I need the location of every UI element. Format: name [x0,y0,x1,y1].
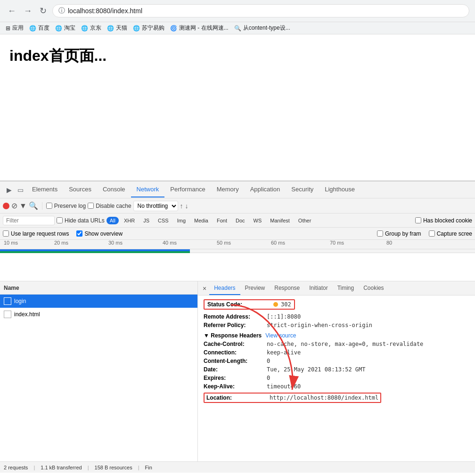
inspect-icon[interactable]: ▶ [4,184,15,196]
request-row-index[interactable]: index.html [0,308,197,321]
filter-font[interactable]: Font [213,216,230,225]
forward-button[interactable]: → [22,4,34,18]
detail-tab-timing[interactable]: Timing [333,282,359,295]
detail-close-button[interactable]: × [200,284,209,293]
filter-doc[interactable]: Doc [232,216,248,225]
show-overview-option[interactable]: Show overview [76,230,123,237]
disable-cache-label[interactable]: Disable cache [88,203,131,209]
view-source-link[interactable]: View source [265,332,296,339]
content-type-label: 从content-type设... [243,24,290,32]
bookmark-apps[interactable]: ⊞ 应用 [6,24,24,32]
tick-20ms: 20 ms [54,240,68,246]
referrer-policy-value: strict-origin-when-cross-origin [267,322,372,328]
tab-application[interactable]: Application [245,182,286,197]
filter-all[interactable]: All [106,217,119,224]
content-length-row: Content-Length: 0 [204,358,469,364]
referrer-policy-row: Referrer Policy: strict-origin-when-cros… [204,322,469,328]
hide-data-urls-label[interactable]: Hide data URLs [57,217,105,224]
device-icon[interactable]: ▭ [15,184,26,196]
request-row-login[interactable]: login [0,295,197,308]
status-code-label: Status Code: [207,301,269,308]
detail-tab-initiator[interactable]: Initiator [304,282,332,295]
disable-cache-checkbox[interactable] [88,203,94,209]
bookmark-speed[interactable]: 🌀 测速网 - 在线网速... [170,24,229,32]
detail-tab-response[interactable]: Response [270,282,304,295]
bookmark-tmall[interactable]: 🌐 天猫 [107,24,127,32]
filter-ws[interactable]: WS [250,216,265,225]
tab-network[interactable]: Network [131,182,165,197]
browser-toolbar: ← → ↻ ⓘ localhost:8080/index.html [0,0,475,22]
filter-bar: Hide data URLs All XHR JS CSS Img Media … [0,213,475,228]
large-rows-option[interactable]: Use large request rows [3,230,69,237]
bookmark-jd[interactable]: 🌐 京东 [81,24,101,32]
tab-lighthouse[interactable]: Lighthouse [319,182,360,197]
upload-button[interactable]: ↑ [180,202,183,210]
back-button[interactable]: ← [6,4,18,18]
connection-row: Connection: keep-alive [204,349,469,356]
show-overview-checkbox[interactable] [76,230,82,237]
show-overview-text: Show overview [84,230,123,237]
speed-icon: 🌀 [170,25,177,32]
detail-tab-preview[interactable]: Preview [240,282,270,295]
resources-size: 158 B resources [95,465,132,470]
filter-css[interactable]: CSS [155,216,172,225]
hide-data-urls-checkbox[interactable] [57,217,63,223]
keep-alive-value: timeout=60 [267,383,301,390]
tmall-label: 天猫 [116,24,127,32]
capture-screen-text: Capture scree [437,230,472,237]
bookmark-taobao[interactable]: 🌐 淘宝 [55,24,75,32]
capture-screen-checkbox[interactable] [429,230,435,237]
request-list: Name login index.html [0,281,198,461]
search-button[interactable]: 🔍 [29,201,38,210]
group-by-frame-option[interactable]: Group by fram [377,230,421,237]
expires-row: Expires: 0 [204,375,469,381]
browser-chrome: ← → ↻ ⓘ localhost:8080/index.html ⊞ 应用 🌐… [0,0,475,34]
tab-performance[interactable]: Performance [164,182,211,197]
filter-button[interactable]: ▼ [19,202,27,210]
throttle-select[interactable]: No throttling [133,201,178,211]
tab-memory[interactable]: Memory [211,182,245,197]
filter-other[interactable]: Other [295,216,315,225]
filter-img[interactable]: Img [174,216,189,225]
group-by-frame-checkbox[interactable] [377,230,383,237]
bookmark-baidu[interactable]: 🌐 百度 [29,24,49,32]
connection-value: keep-alive [267,349,301,356]
suning-label: 苏宁易购 [142,24,164,32]
index-request-name: index.html [14,311,40,318]
capture-screen-option[interactable]: Capture scree [429,230,472,237]
address-bar[interactable]: ⓘ localhost:8080/index.html [52,4,469,17]
detail-tab-cookies[interactable]: Cookies [359,282,388,295]
stop-button[interactable]: ⊘ [11,201,17,210]
download-button[interactable]: ↓ [185,202,188,210]
tab-elements[interactable]: Elements [26,182,63,197]
response-headers-label: ▼ Response Headers [204,332,262,339]
reload-button[interactable]: ↻ [38,4,49,18]
filter-media[interactable]: Media [191,216,212,225]
devtools-panel: ▶ ▭ Elements Sources Console Network Per… [0,181,475,473]
bookmark-suning[interactable]: 🌐 苏宁易购 [133,24,164,32]
cache-control-label: Cache-Control: [204,341,265,347]
filter-xhr[interactable]: XHR [121,216,138,225]
large-rows-checkbox[interactable] [3,230,9,237]
detail-tab-headers[interactable]: Headers [209,282,240,295]
filter-manifest[interactable]: Manifest [267,216,293,225]
detail-content: Status Code: 302 Remote Address: [::1]:8… [198,295,475,461]
content-length-label: Content-Length: [204,358,265,364]
preserve-log-label[interactable]: Preserve log [46,203,86,209]
detail-tabs: × Headers Preview Response Initiator Tim… [198,281,475,295]
timeline-bar [0,249,475,253]
tick-30ms: 30 ms [108,240,123,246]
preserve-log-checkbox[interactable] [46,203,52,209]
tick-60ms: 60 ms [271,240,285,246]
filter-input[interactable] [3,216,55,225]
tab-console[interactable]: Console [97,182,131,197]
record-button[interactable] [3,203,9,209]
bookmark-content-type[interactable]: 🔍 从content-type设... [234,24,290,32]
tab-security[interactable]: Security [286,182,319,197]
has-blocked-cookies[interactable]: Has blocked cookie [415,217,472,224]
tab-sources[interactable]: Sources [63,182,97,197]
tick-40ms: 40 ms [163,240,177,246]
filter-js[interactable]: JS [140,216,153,225]
has-blocked-checkbox[interactable] [415,217,421,223]
apps-label: 应用 [12,24,24,32]
